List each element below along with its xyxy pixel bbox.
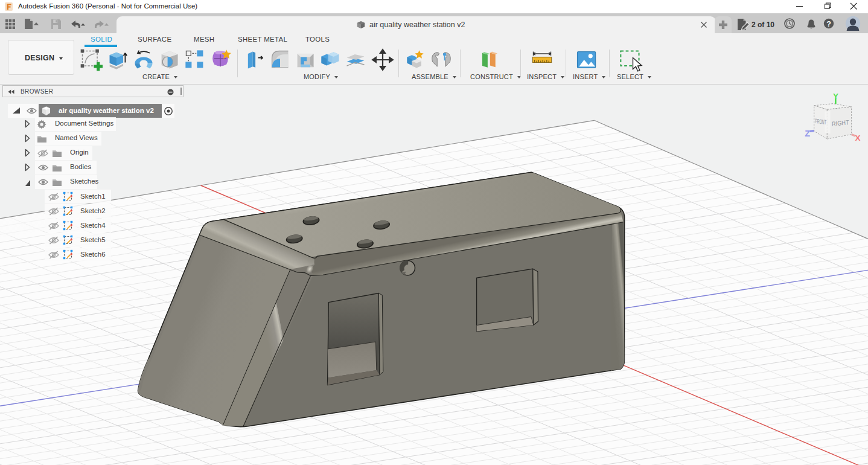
svg-text:X: X <box>855 133 861 143</box>
svg-text:Y: Y <box>833 92 838 101</box>
svg-text:Z: Z <box>805 129 810 138</box>
svg-text:FRONT: FRONT <box>815 117 826 126</box>
svg-text:?: ? <box>826 20 831 28</box>
